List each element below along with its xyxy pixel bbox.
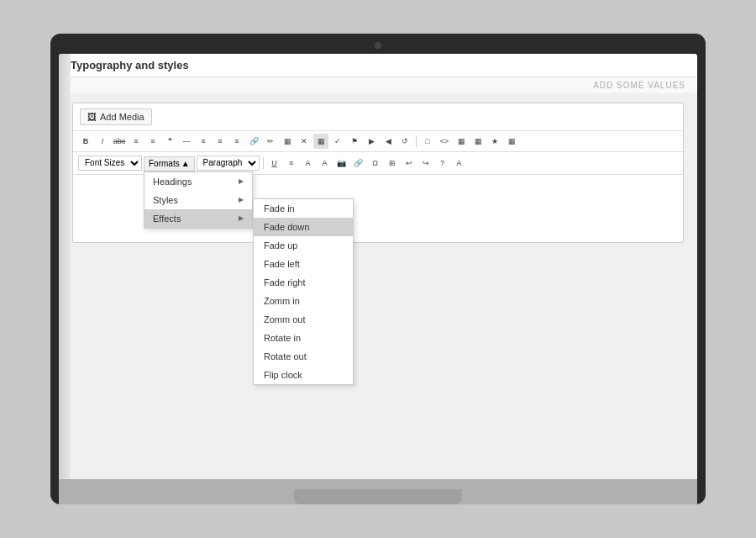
font-color-button[interactable]: A [301,156,316,171]
fade-right-label: Fade right [264,277,306,287]
formats-arrow-icon: ▲ [181,159,190,168]
columns-button[interactable]: ▦ [470,134,486,149]
toolbar-row1: B I abc ≡ ≡ ❝ — ≡ ≡ ≡ 🔗 ✏ ▦ ✕ ▦ ✓ ⚑ [73,131,683,152]
toolbar-divider-1 [416,135,417,147]
page-title-bar: Typography and styles [59,54,697,77]
ol-button[interactable]: ≡ [145,134,160,149]
add-media-label: Add Media [100,112,144,122]
extra-button[interactable]: ▦ [504,134,519,149]
editor-area: 🖼 Add Media B I abc ≡ ≡ ❝ — ≡ ≡ ≡ 🔗 [72,103,684,243]
paragraph-select[interactable]: Paragraph [197,156,260,171]
add-media-icon: 🖼 [87,112,97,122]
toolbar-divider-2 [263,157,264,169]
submenu-zomm-in[interactable]: Zomm in [254,292,353,310]
effects-submenu: Fade in Fade down Fade up Fade left [253,198,354,385]
formats-dropdown: Headings ▶ Styles ▶ Effects ▶ [144,171,253,229]
submenu-rotate-out[interactable]: Rotate out [254,347,353,366]
submenu-zomm-out[interactable]: Zomm out [254,310,353,329]
font-sizes-select[interactable]: Font Sizes [78,156,142,171]
fade-in-label: Fade in [264,203,295,214]
add-values-label: ADD SOME VALUES [593,81,685,90]
undo-button[interactable]: ↺ [397,134,412,149]
submenu-fade-up[interactable]: Fade up [254,236,353,255]
zomm-in-label: Zomm in [264,296,300,306]
redo-button[interactable]: ↪ [418,156,433,171]
submenu-fade-down[interactable]: Fade down [254,218,353,236]
align-right-button[interactable]: ≡ [229,134,244,149]
accessibility-button[interactable]: A [452,156,467,171]
underline-button[interactable]: U [267,156,282,171]
code-button[interactable]: <> [437,134,452,149]
justify-button[interactable]: ≡ [284,156,299,171]
effects-arrow-icon: ▶ [239,214,244,222]
zomm-out-label: Zomm out [264,314,306,324]
page-title: Typography and styles [71,59,189,71]
flag-button[interactable]: ⚑ [347,134,362,149]
monitor-camera [375,42,381,49]
align-left-button[interactable]: ≡ [196,134,211,149]
rotate-out-label: Rotate out [264,351,307,361]
image-button[interactable]: 📷 [334,156,349,171]
forward-button[interactable]: ▶ [364,134,379,149]
headings-label: Headings [153,177,192,187]
monitor: Typography and styles ADD SOME VALUES 🖼 … [50,34,706,504]
link2-button[interactable]: 🔗 [351,156,366,171]
bold-button[interactable]: B [78,134,93,149]
submenu-flip-clock[interactable]: Flip clock [254,366,353,384]
submenu-fade-in[interactable]: Fade in [254,199,353,218]
help-button[interactable]: ? [435,156,450,171]
toolbar-row2: Font Sizes Formats ▲ Headings ▶ [73,152,683,175]
formats-button[interactable]: Formats ▲ [144,156,195,171]
link-button[interactable]: 🔗 [246,134,261,149]
rotate-in-label: Rotate in [264,333,301,343]
active-button[interactable]: ▦ [313,134,328,149]
table-button[interactable]: ▦ [280,134,295,149]
star-button[interactable]: ★ [487,134,502,149]
undo2-button[interactable]: ↩ [402,156,417,171]
add-media-bar: 🖼 Add Media [73,103,683,131]
grid-button[interactable]: ▦ [454,134,469,149]
add-media-button[interactable]: 🖼 Add Media [80,108,152,125]
fade-up-label: Fade up [264,240,297,251]
effects-label: Effects [153,214,181,224]
menu-item-styles[interactable]: Styles ▶ [144,191,252,209]
ul-button[interactable]: ≡ [129,134,144,149]
menu-item-headings[interactable]: Headings ▶ [144,172,252,191]
add-values-bar: ADD SOME VALUES [59,77,697,94]
hr-button[interactable]: — [179,134,194,149]
submenu-fade-left[interactable]: Fade left [254,255,353,273]
fade-left-label: Fade left [264,259,300,269]
flip-clock-label: Flip clock [264,370,302,380]
monitor-base [294,489,462,504]
table2-button[interactable]: ⊞ [385,156,400,171]
remove-button[interactable]: ✕ [297,134,312,149]
menu-item-effects[interactable]: Effects ▶ [144,209,252,228]
back-button[interactable]: ◀ [381,134,396,149]
monitor-screen: Typography and styles ADD SOME VALUES 🖼 … [59,54,697,479]
screen-content: Typography and styles ADD SOME VALUES 🖼 … [59,54,697,479]
fade-down-label: Fade down [264,222,309,232]
submenu-fade-right[interactable]: Fade right [254,273,353,292]
edit-button[interactable]: ✏ [263,134,278,149]
omega-button[interactable]: Ω [368,156,383,171]
formats-wrapper: Formats ▲ Headings ▶ Styles ▶ [144,155,195,171]
headings-arrow-icon: ▶ [239,177,244,185]
highlight-button[interactable]: A [318,156,333,171]
submenu-rotate-in[interactable]: Rotate in [254,329,353,347]
square-button[interactable]: □ [420,134,435,149]
formats-label: Formats [149,159,180,168]
strikethrough-button[interactable]: abc [112,134,127,149]
blockquote-button[interactable]: ❝ [162,134,177,149]
styles-arrow-icon: ▶ [239,196,244,203]
styles-label: Styles [153,195,178,205]
monitor-stand [59,479,697,504]
italic-button[interactable]: I [95,134,110,149]
sidebar-left [59,54,71,479]
check-button[interactable]: ✓ [330,134,345,149]
align-center-button[interactable]: ≡ [213,134,228,149]
